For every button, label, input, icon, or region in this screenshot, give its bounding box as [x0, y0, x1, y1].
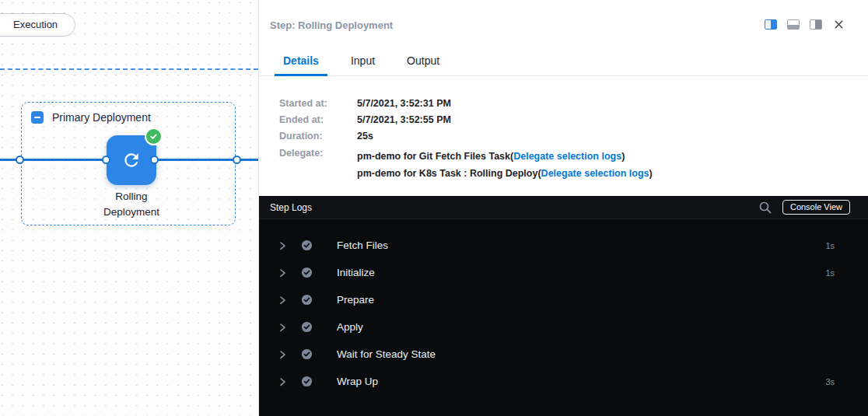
log-step-row-apply[interactable]: Apply — [259, 313, 868, 341]
chevron-right-icon[interactable] — [276, 267, 289, 279]
close-icon[interactable] — [832, 18, 845, 30]
log-step-label: Wrap Up — [337, 376, 378, 387]
connector-port — [16, 156, 24, 164]
tab-output[interactable]: Output — [398, 47, 448, 76]
delegate-line: pm-demo for Git Fetch Files Task(Delegat… — [357, 148, 653, 165]
connector-port — [233, 156, 241, 164]
details-section: Started at: 5/7/2021, 3:52:31 PM Ended a… — [259, 76, 868, 196]
detail-tabs: Details Input Output — [259, 47, 868, 76]
log-step-row-prepare[interactable]: Prepare — [259, 286, 868, 313]
delegate-selection-logs-link[interactable]: Delegate selection logs — [513, 151, 621, 162]
chevron-right-icon[interactable] — [276, 239, 289, 252]
detail-value: 25s — [357, 131, 373, 142]
log-step-label: Apply — [337, 321, 363, 333]
detail-value: 5/7/2021, 3:52:31 PM — [357, 98, 451, 109]
log-step-label: Wait for Steady State — [337, 348, 436, 360]
detail-row-delegate: Delegate: pm-demo for Git Fetch Files Ta… — [259, 148, 868, 164]
success-check-icon — [145, 128, 163, 145]
right-pane-icon[interactable] — [810, 19, 822, 30]
bottom-pane-icon[interactable] — [787, 19, 800, 30]
execution-tab[interactable]: Execution — [0, 13, 75, 37]
detail-value: 5/7/2021, 3:52:55 PM — [357, 114, 451, 125]
step-success-icon — [301, 321, 313, 333]
step-success-icon — [301, 239, 313, 251]
log-step-label: Fetch Files — [337, 239, 388, 251]
log-step-label: Prepare — [337, 294, 374, 306]
search-icon[interactable] — [758, 201, 772, 215]
minus-icon — [34, 117, 40, 118]
panel-layout-controls — [765, 18, 845, 30]
node-label: Rolling Deployment — [77, 189, 186, 220]
group-label: Primary Deployment — [52, 111, 151, 124]
execution-screen: Execution Primary Deployment Rollin — [0, 0, 868, 416]
delegate-selection-logs-link[interactable]: Delegate selection logs — [541, 168, 649, 179]
pipeline-canvas: Execution Primary Deployment Rollin — [0, 0, 258, 416]
delegate-lines: pm-demo for Git Fetch Files Task(Delegat… — [357, 148, 653, 182]
connector-port — [102, 156, 110, 164]
group-header: Primary Deployment — [31, 111, 151, 124]
log-step-row-initialize[interactable]: Initialize 1s — [259, 259, 868, 286]
split-right-pane-icon[interactable] — [765, 19, 777, 30]
collapse-group-button[interactable] — [31, 111, 44, 124]
refresh-rolling-deploy-icon — [121, 150, 142, 170]
detail-row-started: Started at: 5/7/2021, 3:52:31 PM — [259, 95, 868, 111]
log-step-row-wrap-up[interactable]: Wrap Up 3s — [259, 368, 868, 395]
detail-label: Duration: — [259, 131, 357, 142]
stage-boundary-line — [0, 68, 258, 70]
step-logs-title: Step Logs — [259, 202, 312, 213]
step-success-icon — [301, 267, 313, 278]
step-logs-header: Step Logs Console View — [259, 196, 868, 219]
log-step-label: Initialize — [337, 267, 375, 278]
delegate-line: pm-demo for K8s Task : Rolling Deploy(De… — [357, 165, 653, 182]
log-step-duration: 3s — [825, 377, 868, 386]
console-view-button[interactable]: Console View — [782, 200, 850, 215]
log-rows: Fetch Files 1s Initialize 1s Prepare — [259, 219, 868, 395]
detail-row-duration: Duration: 25s — [259, 128, 868, 144]
log-step-row-fetch-files[interactable]: Fetch Files 1s — [259, 232, 868, 259]
chevron-right-icon[interactable] — [276, 376, 289, 388]
step-detail-panel: Step: Rolling Deployment Details Input O… — [258, 0, 868, 416]
connector-port — [150, 156, 159, 164]
panel-title: Step: Rolling Deployment — [270, 19, 393, 31]
step-success-icon — [301, 348, 313, 360]
log-step-row-wait-for-steady-state[interactable]: Wait for Steady State — [259, 341, 868, 368]
log-step-duration: 1s — [825, 241, 868, 250]
detail-label: Delegate: — [259, 148, 357, 159]
detail-label: Started at: — [259, 98, 357, 109]
detail-row-ended: Ended at: 5/7/2021, 3:52:55 PM — [259, 111, 868, 128]
step-success-icon — [301, 294, 313, 306]
step-success-icon — [301, 376, 313, 387]
step-logs-section: Step Logs Console View Fetch — [259, 196, 868, 416]
chevron-right-icon[interactable] — [276, 348, 289, 361]
tab-input[interactable]: Input — [342, 47, 383, 76]
detail-label: Ended at: — [259, 114, 357, 125]
log-step-duration: 1s — [825, 268, 868, 278]
chevron-right-icon[interactable] — [276, 321, 289, 334]
tab-details[interactable]: Details — [275, 47, 327, 76]
chevron-right-icon[interactable] — [276, 294, 289, 306]
